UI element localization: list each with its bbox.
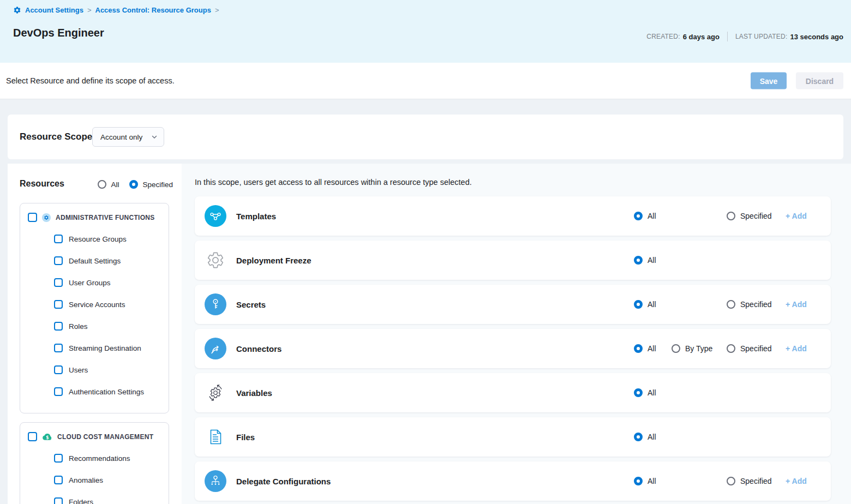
item-checkbox[interactable] <box>54 387 63 396</box>
radio-icon[interactable] <box>634 344 643 353</box>
option-specified[interactable]: Specified <box>727 477 772 485</box>
add-button[interactable]: + Add <box>786 344 807 353</box>
resource-row-title: Files <box>236 433 255 442</box>
resource-type-item-user-groups[interactable]: User Groups <box>54 272 161 293</box>
resources-radio-specified[interactable]: Specified <box>129 180 173 189</box>
resource-row-title: Delegate Configurations <box>236 477 331 486</box>
resource-groups-list: ADMINISTRATIVE FUNCTIONSResource GroupsD… <box>20 203 169 504</box>
resource-type-item-streaming-destination[interactable]: Streaming Destination <box>54 337 161 359</box>
group-checkbox[interactable] <box>28 213 37 222</box>
resource-row-title: Connectors <box>236 344 281 353</box>
item-label: Resource Groups <box>69 235 127 243</box>
radio-label: All <box>111 181 119 189</box>
resource-type-item-service-accounts[interactable]: Service Accounts <box>54 293 161 315</box>
resource-type-item-resource-groups[interactable]: Resource Groups <box>54 228 161 250</box>
radio-icon[interactable] <box>634 433 643 441</box>
cloud-cost-icon: $ <box>42 433 52 441</box>
radio-icon[interactable] <box>727 300 735 309</box>
breadcrumb-account-settings[interactable]: Account Settings <box>25 6 83 14</box>
item-checkbox[interactable] <box>54 300 63 309</box>
item-checkbox[interactable] <box>54 235 63 243</box>
group-header: $CLOUD COST MANAGEMENT <box>28 432 161 441</box>
item-checkbox[interactable] <box>54 344 63 352</box>
option-by-type[interactable]: By Type <box>672 344 712 353</box>
option-specified[interactable]: Specified <box>727 300 772 309</box>
resource-row-connectors: ConnectorsAllBy TypeSpecified+ Add <box>195 329 831 368</box>
resource-type-item-authentication-settings[interactable]: Authentication Settings <box>54 381 161 403</box>
action-bar: Select Resource and define its scope of … <box>0 63 851 99</box>
option-label: All <box>648 433 656 441</box>
resource-type-item-roles[interactable]: Roles <box>54 315 161 337</box>
option-label: All <box>648 388 656 397</box>
resource-type-item-recommendations[interactable]: Recommendations <box>54 447 161 469</box>
resource-group-card-cloud-cost-management: $CLOUD COST MANAGEMENTRecommendationsAno… <box>20 422 169 504</box>
resource-row-title: Deployment Freeze <box>236 256 311 265</box>
resource-type-item-folders[interactable]: Folders <box>54 491 161 504</box>
resource-rows-list: TemplatesAllSpecified+ AddDeployment Fre… <box>195 196 831 504</box>
item-checkbox[interactable] <box>54 454 63 463</box>
option-all[interactable]: All <box>634 344 656 353</box>
radio-icon[interactable] <box>634 212 643 220</box>
resources-radio-group: AllSpecified <box>98 180 173 189</box>
radio-icon[interactable] <box>634 256 643 265</box>
option-all[interactable]: All <box>634 433 656 441</box>
resource-row-title: Variables <box>236 388 272 398</box>
item-label: Roles <box>69 322 88 331</box>
radio-icon[interactable] <box>634 388 643 397</box>
item-label: Recommendations <box>69 454 130 463</box>
deployment-freeze-icon <box>205 249 226 271</box>
add-button[interactable]: + Add <box>786 300 807 309</box>
option-specified[interactable]: Specified <box>727 212 772 220</box>
discard-button[interactable]: Discard <box>796 73 843 89</box>
option-label: All <box>648 344 656 353</box>
radio-icon[interactable] <box>634 300 643 309</box>
radio-icon[interactable] <box>727 477 735 485</box>
item-checkbox[interactable] <box>54 476 63 484</box>
item-label: User Groups <box>69 279 111 287</box>
radio-icon[interactable] <box>98 180 106 189</box>
radio-icon[interactable] <box>129 180 138 189</box>
option-label: All <box>648 212 656 220</box>
radio-icon[interactable] <box>727 212 735 220</box>
resources-radio-all[interactable]: All <box>98 180 119 189</box>
option-all[interactable]: All <box>634 477 656 485</box>
svg-text:$: $ <box>46 435 49 440</box>
resource-row-files: FilesAll <box>195 417 831 457</box>
group-checkbox[interactable] <box>28 432 37 441</box>
item-checkbox[interactable] <box>54 278 63 287</box>
save-button[interactable]: Save <box>751 73 787 89</box>
resource-type-item-default-settings[interactable]: Default Settings <box>54 250 161 272</box>
option-all[interactable]: All <box>634 256 656 265</box>
templates-icon <box>205 205 226 227</box>
item-checkbox[interactable] <box>54 365 63 374</box>
item-checkbox[interactable] <box>54 497 63 504</box>
resource-type-item-users[interactable]: Users <box>54 359 161 381</box>
scope-note: In this scope, users get access to all r… <box>195 178 472 187</box>
add-button[interactable]: + Add <box>786 212 807 220</box>
content-area: Resources AllSpecified ADMINISTRATIVE FU… <box>0 164 851 504</box>
option-all[interactable]: All <box>634 388 656 397</box>
option-label: All <box>648 477 656 485</box>
item-checkbox[interactable] <box>54 322 63 331</box>
created-label: CREATED: <box>646 33 680 40</box>
item-label: Service Accounts <box>69 301 125 309</box>
group-title: CLOUD COST MANAGEMENT <box>57 433 153 441</box>
group-title: ADMINISTRATIVE FUNCTIONS <box>56 214 155 221</box>
settings-gear-icon <box>13 6 21 14</box>
option-specified[interactable]: Specified <box>727 344 772 353</box>
radio-icon[interactable] <box>672 344 680 353</box>
resource-scope-dropdown[interactable]: Account only <box>92 127 164 147</box>
item-checkbox[interactable] <box>54 256 63 265</box>
resource-type-item-anomalies[interactable]: Anomalies <box>54 469 161 491</box>
add-button[interactable]: + Add <box>786 477 807 485</box>
item-label: Authentication Settings <box>69 388 144 396</box>
radio-icon[interactable] <box>727 344 735 353</box>
action-description: Select Resource and define its scope of … <box>6 76 175 85</box>
breadcrumb-resource-groups[interactable]: Access Control: Resource Groups <box>95 6 211 14</box>
option-label: Specified <box>740 212 772 220</box>
group-header: ADMINISTRATIVE FUNCTIONS <box>28 213 161 222</box>
option-all[interactable]: All <box>634 300 656 309</box>
option-all[interactable]: All <box>634 212 656 220</box>
variables-icon <box>205 382 226 404</box>
radio-icon[interactable] <box>634 477 643 485</box>
